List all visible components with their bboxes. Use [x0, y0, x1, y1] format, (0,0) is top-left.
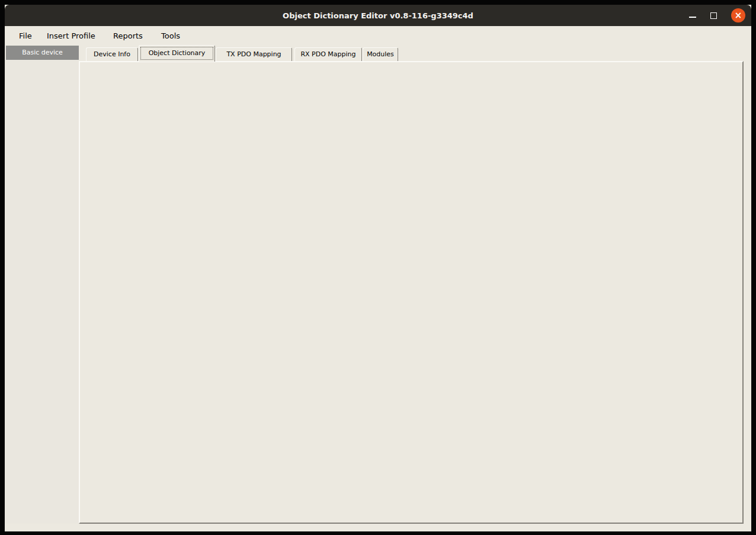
tab-object-dictionary[interactable]: Object Dictionary: [139, 45, 215, 62]
close-icon[interactable]: ×: [731, 8, 745, 23]
title-bar: Object Dictionary Editor v0.8-116-g3349c…: [5, 5, 751, 26]
maximize-icon[interactable]: [710, 12, 717, 19]
notebook-pane: [79, 61, 744, 524]
app-window: Object Dictionary Editor v0.8-116-g3349c…: [5, 5, 751, 531]
sidebar-item-basic-device[interactable]: Basic device: [6, 46, 79, 60]
device-sidebar: Basic device: [5, 46, 79, 524]
tab-tx-pdo-mapping[interactable]: TX PDO Mapping: [216, 47, 292, 61]
menu-tools[interactable]: Tools: [159, 26, 182, 46]
menu-reports[interactable]: Reports: [111, 26, 145, 46]
minimize-icon[interactable]: [689, 17, 696, 18]
tab-rx-pdo-mapping[interactable]: RX PDO Mapping: [294, 47, 362, 61]
window-title: Object Dictionary Editor v0.8-116-g3349c…: [283, 11, 473, 20]
menu-bar: File Insert Profile Reports Tools: [5, 26, 751, 46]
tab-device-info[interactable]: Device Info: [86, 47, 138, 61]
tab-modules[interactable]: Modules: [363, 47, 398, 61]
menu-file[interactable]: File: [17, 26, 34, 46]
menu-insert-profile[interactable]: Insert Profile: [44, 26, 98, 46]
